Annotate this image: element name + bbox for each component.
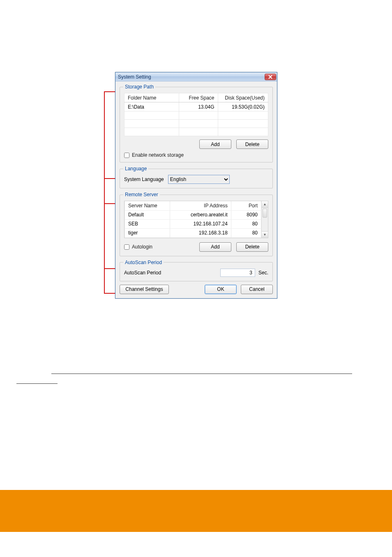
table-row-empty — [125, 120, 268, 128]
col-free-space: Free Space — [179, 93, 218, 102]
ok-button[interactable]: OK — [205, 285, 237, 294]
cell-server-name: SEB — [125, 219, 170, 228]
autoscan-input[interactable] — [220, 269, 255, 277]
autoscan-row: AutoScan Period Sec. — [124, 269, 268, 277]
autoscan-unit: Sec. — [258, 270, 268, 276]
enable-network-storage-label: Enable network storage — [132, 152, 184, 158]
remote-bottom-row: Autologin Add Delete — [124, 242, 268, 252]
remote-server-legend: Remote Server — [123, 192, 160, 197]
autologin-checkbox[interactable] — [124, 244, 129, 250]
cell-port: 8090 — [231, 210, 261, 219]
server-table-wrap: Server Name IP Address Port Default cerb… — [124, 201, 268, 238]
table-row[interactable]: tiger 192.168.3.18 80 — [125, 228, 261, 237]
channel-settings-button[interactable]: Channel Settings — [120, 285, 169, 294]
callout-line — [104, 91, 105, 294]
storage-add-button[interactable]: Add — [199, 139, 231, 149]
close-icon — [268, 75, 272, 79]
cell-folder: E:\Data — [125, 102, 179, 111]
col-server-name: Server Name — [125, 201, 170, 210]
language-legend: Language — [123, 166, 148, 172]
storage-buttons: Add Delete — [124, 139, 268, 149]
scroll-up-icon[interactable]: ▲ — [262, 201, 268, 208]
system-language-select[interactable]: English — [168, 175, 230, 184]
autologin-label: Autologin — [132, 244, 152, 250]
autoscan-legend: AutoScan Period — [123, 260, 164, 265]
table-row-empty — [125, 111, 268, 120]
storage-delete-button[interactable]: Delete — [236, 139, 268, 149]
dialog-body: Storage Path Folder Name Free Space Disk… — [115, 81, 277, 298]
table-header-row: Folder Name Free Space Disk Space(Used) — [125, 93, 268, 102]
titlebar: System Setting — [115, 72, 277, 81]
language-row: System Language English — [124, 175, 268, 184]
autoscan-label: AutoScan Period — [124, 270, 161, 276]
cell-free: 13.04G — [179, 102, 218, 111]
remote-server-group: Remote Server Server Name IP Address Por… — [120, 192, 273, 256]
cell-ip: 192.168.3.18 — [170, 228, 231, 237]
cell-disk: 19.53G(0.02G) — [218, 102, 268, 111]
storage-path-group: Storage Path Folder Name Free Space Disk… — [120, 84, 273, 162]
col-disk-space: Disk Space(Used) — [218, 93, 268, 102]
language-group: Language System Language English — [120, 166, 273, 188]
table-row[interactable]: E:\Data 13.04G 19.53G(0.02G) — [125, 102, 268, 111]
scroll-down-icon[interactable]: ▼ — [262, 231, 268, 238]
storage-table: Folder Name Free Space Disk Space(Used) … — [124, 93, 268, 136]
table-row[interactable]: Default cerbero.areatel.it 8090 — [125, 210, 261, 219]
page-separator — [51, 374, 352, 374]
close-button[interactable] — [265, 74, 276, 80]
remote-add-button[interactable]: Add — [199, 242, 231, 252]
storage-path-legend: Storage Path — [123, 84, 155, 90]
server-scrollbar[interactable]: ▲ ▼ — [261, 201, 268, 238]
col-folder-name: Folder Name — [125, 93, 179, 102]
autoscan-group: AutoScan Period AutoScan Period Sec. — [120, 260, 273, 281]
system-setting-dialog: System Setting Storage Path Folder Name … — [115, 72, 277, 299]
remote-delete-button[interactable]: Delete — [236, 242, 268, 252]
footer-row: Channel Settings OK Cancel — [120, 285, 273, 294]
system-language-label: System Language — [124, 176, 164, 182]
cell-server-name: Default — [125, 210, 170, 219]
page-separator-short — [16, 383, 58, 384]
page-footer-band — [0, 490, 392, 532]
cell-port: 80 — [231, 219, 261, 228]
enable-network-storage-row[interactable]: Enable network storage — [124, 152, 268, 158]
cell-port: 80 — [231, 228, 261, 237]
dialog-title: System Setting — [118, 74, 265, 80]
cell-server-name: tiger — [125, 228, 170, 237]
table-row[interactable]: SEB 192.168.107.24 80 — [125, 219, 261, 228]
cancel-button[interactable]: Cancel — [241, 285, 273, 294]
autologin-row[interactable]: Autologin — [124, 244, 199, 250]
cell-ip: cerbero.areatel.it — [170, 210, 231, 219]
table-header-row: Server Name IP Address Port — [125, 201, 261, 210]
col-port: Port — [231, 201, 261, 210]
scroll-thumb[interactable] — [263, 209, 267, 218]
col-ip-address: IP Address — [170, 201, 231, 210]
server-table: Server Name IP Address Port Default cerb… — [125, 201, 261, 238]
enable-network-storage-checkbox[interactable] — [124, 153, 129, 158]
table-row-empty — [125, 128, 268, 136]
cell-ip: 192.168.107.24 — [170, 219, 231, 228]
